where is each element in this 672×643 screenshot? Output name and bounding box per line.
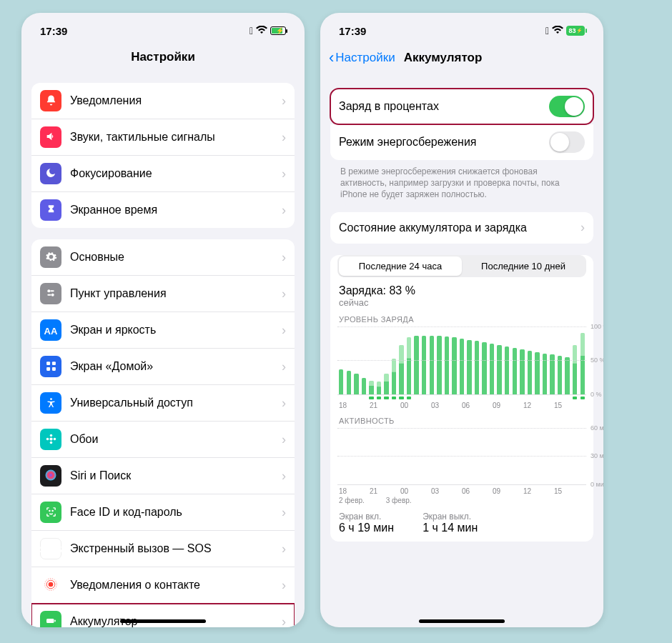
row-label: Режим энергосбережения xyxy=(339,136,549,149)
row-label: Основные xyxy=(70,251,282,264)
status-bar: 17:39 􀙇 83⚡ xyxy=(320,13,603,41)
svg-rect-20 xyxy=(46,619,54,623)
row-label: Siri и Поиск xyxy=(70,469,282,482)
svg-point-12 xyxy=(46,437,49,440)
siri-icon xyxy=(40,465,61,487)
status-icons: 􀙇 83⚡ xyxy=(545,25,585,36)
bell-icon xyxy=(40,90,61,111)
seg-10d[interactable]: Последние 10 дней xyxy=(462,256,585,276)
svg-rect-21 xyxy=(54,620,56,622)
row-label: Звуки, тактильные сигналы xyxy=(70,131,282,144)
svg-point-15 xyxy=(49,510,49,511)
row-label: Экранное время xyxy=(70,204,282,216)
row-label: Обои xyxy=(70,433,282,446)
row-label: Экстренный вызов — SOS xyxy=(70,542,282,555)
back-button[interactable]: ‹ Настройки xyxy=(329,50,395,66)
battery-screen: 17:39 􀙇 83⚡ ‹ Настройки Аккумулятор Заря… xyxy=(320,13,603,627)
settings-row-dotred[interactable]: Уведомления о контакте› xyxy=(31,567,295,604)
hourglass-icon xyxy=(40,199,61,221)
settings-row-bell[interactable]: Уведомления› xyxy=(31,83,295,119)
chevron-right-icon: › xyxy=(282,359,286,374)
svg-rect-5 xyxy=(51,362,55,365)
svg-rect-1 xyxy=(50,290,54,291)
svg-point-16 xyxy=(52,510,53,511)
row-label: Экран «Домой» xyxy=(70,360,282,373)
settings-row-grid[interactable]: Экран «Домой»› xyxy=(31,349,295,385)
speaker-icon xyxy=(40,126,61,148)
settings-group-1: Уведомления›Звуки, тактильные сигналы›Фо… xyxy=(31,83,295,228)
settings-row-siri[interactable]: Siri и Поиск› xyxy=(31,458,295,494)
low-power-row[interactable]: Режим энергосбережения xyxy=(330,124,593,160)
settings-row-face[interactable]: Face ID и код-пароль› xyxy=(31,494,295,531)
chevron-right-icon: › xyxy=(282,94,286,109)
settings-screen: 17:39 􀙇 ⚡ Настройки Уведомления›Звуки, т… xyxy=(21,13,305,627)
svg-point-2 xyxy=(51,294,54,296)
svg-rect-3 xyxy=(47,294,51,296)
row-label: Экран и яркость xyxy=(70,324,282,337)
settings-row-moon[interactable]: Фокусирование› xyxy=(31,156,295,192)
seg-24h[interactable]: Последние 24 часа xyxy=(339,256,462,276)
charge-subtitle: сейчас xyxy=(339,297,585,308)
home-indicator[interactable] xyxy=(120,619,206,623)
chevron-right-icon: › xyxy=(282,432,286,447)
chevron-right-icon: › xyxy=(282,250,286,265)
svg-point-10 xyxy=(49,434,52,437)
charge-title: Зарядка: 83 % xyxy=(339,284,585,297)
settings-row-speaker[interactable]: Звуки, тактильные сигналы› xyxy=(31,119,295,156)
chevron-right-icon: › xyxy=(282,286,286,301)
back-label: Настройки xyxy=(335,51,395,65)
date-label: 3 февр. xyxy=(386,497,412,504)
svg-rect-4 xyxy=(46,362,50,365)
toggle-low-power[interactable] xyxy=(549,131,585,153)
chevron-right-icon: › xyxy=(282,323,286,338)
chevron-right-icon: › xyxy=(282,203,286,218)
row-label: Состояние аккумулятора и зарядка xyxy=(339,221,580,234)
battery-health-row[interactable]: Состояние аккумулятора и зарядка › xyxy=(330,212,593,244)
settings-row-aa[interactable]: AAЭкран и яркость› xyxy=(31,312,295,349)
clock: 17:39 xyxy=(339,25,366,37)
row-label: Face ID и код-пароль xyxy=(70,506,282,519)
settings-row-sos[interactable]: SOSЭкстренный вызов — SOS› xyxy=(31,531,295,567)
row-label: Уведомления о контакте xyxy=(70,579,282,592)
cellular-icon: 􀙇 xyxy=(249,25,253,36)
screen-on-value: 6 ч 19 мин xyxy=(339,522,394,534)
level-header: УРОВЕНЬ ЗАРЯДА xyxy=(330,308,593,327)
low-power-footnote: В режиме энергосбережения снижается фоно… xyxy=(330,160,593,201)
chevron-right-icon: › xyxy=(282,166,286,181)
settings-row-gear[interactable]: Основные› xyxy=(31,239,295,276)
access-icon xyxy=(40,392,61,414)
settings-row-battery[interactable]: Аккумулятор› xyxy=(31,604,295,627)
page-title: Настройки xyxy=(21,41,305,71)
svg-point-14 xyxy=(46,470,56,481)
svg-point-0 xyxy=(47,289,50,292)
gear-icon xyxy=(40,246,61,268)
settings-row-hourglass[interactable]: Экранное время› xyxy=(31,192,295,228)
settings-row-flower[interactable]: Обои› xyxy=(31,422,295,458)
page-title: Аккумулятор xyxy=(404,51,483,65)
svg-rect-6 xyxy=(46,367,50,370)
battery-icon xyxy=(40,611,61,627)
chevron-right-icon: › xyxy=(282,578,286,593)
svg-point-13 xyxy=(53,437,56,440)
home-indicator[interactable] xyxy=(419,619,505,623)
settings-row-access[interactable]: Универсальный доступ› xyxy=(31,385,295,422)
dotred-icon xyxy=(40,574,61,596)
chevron-right-icon: › xyxy=(282,130,286,145)
cellular-icon: 􀙇 xyxy=(545,25,549,36)
battery-percent-row[interactable]: Заряд в процентах xyxy=(330,89,593,124)
chevron-right-icon: › xyxy=(282,505,286,520)
toggle-battery-percent[interactable] xyxy=(549,96,585,117)
svg-point-11 xyxy=(49,441,52,444)
sos-icon: SOS xyxy=(40,538,61,559)
row-label: Фокусирование xyxy=(70,167,282,180)
moon-icon xyxy=(40,163,61,184)
time-range-segment[interactable]: Последние 24 часа Последние 10 дней xyxy=(337,255,586,277)
face-icon xyxy=(40,502,61,523)
screen-on-label: Экран вкл. xyxy=(339,512,394,522)
settings-group-2: Основные›Пункт управления›AAЭкран и ярко… xyxy=(31,239,295,627)
activity-chart: 60 мин 30 мин 0 мин 1821000306091215 2 ф… xyxy=(330,428,593,504)
battery-icon: 83⚡ xyxy=(566,26,585,36)
settings-row-switches[interactable]: Пункт управления› xyxy=(31,276,295,312)
row-label: Уведомления xyxy=(70,94,282,107)
grid-icon xyxy=(40,356,61,377)
